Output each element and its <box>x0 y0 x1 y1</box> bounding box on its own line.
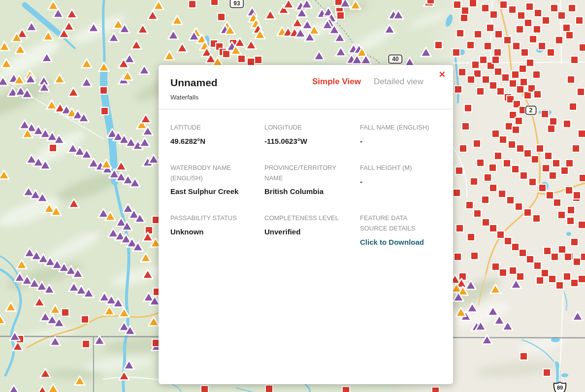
map-marker-square[interactable] <box>542 16 550 25</box>
map-marker-square[interactable] <box>508 140 516 149</box>
map-marker-square[interactable] <box>532 70 541 79</box>
map-marker-triangle[interactable] <box>171 15 183 25</box>
map-marker-triangle[interactable] <box>0 76 9 86</box>
map-marker-square[interactable] <box>484 173 492 182</box>
map-marker-square[interactable] <box>82 340 90 348</box>
map-marker-triangle[interactable] <box>475 321 487 331</box>
map-marker-triangle[interactable] <box>147 10 159 20</box>
map-marker-square[interactable] <box>520 352 528 360</box>
map-marker-square[interactable] <box>454 85 462 94</box>
map-marker-square[interactable] <box>454 253 462 261</box>
map-marker-triangle[interactable] <box>502 321 514 331</box>
map-marker-square[interactable] <box>426 0 435 4</box>
map-marker-triangle[interactable] <box>67 87 79 97</box>
map-marker-square[interactable] <box>531 155 539 163</box>
map-marker-triangle[interactable] <box>108 32 120 42</box>
map-marker-square[interactable] <box>570 238 579 246</box>
map-marker-triangle[interactable] <box>0 314 6 325</box>
map-marker-square[interactable] <box>528 178 537 186</box>
map-marker-triangle[interactable] <box>16 259 28 269</box>
map-marker-triangle[interactable] <box>13 74 25 85</box>
map-marker-square[interactable] <box>455 166 463 175</box>
map-marker-triangle[interactable] <box>453 292 464 302</box>
map-marker-triangle[interactable] <box>88 22 99 33</box>
download-link[interactable]: Click to Download <box>360 238 441 246</box>
tab-simple-view[interactable]: Simple View <box>312 77 361 87</box>
map-marker-square[interactable] <box>557 211 566 219</box>
map-marker-square[interactable] <box>577 88 585 96</box>
map-marker-triangle[interactable] <box>81 77 93 87</box>
map-marker-square[interactable] <box>342 386 350 392</box>
map-marker-square[interactable] <box>549 171 557 180</box>
map-marker-square[interactable] <box>541 110 549 118</box>
map-marker-triangle[interactable] <box>234 37 246 47</box>
map-marker-square[interactable] <box>456 29 464 37</box>
map-marker-square[interactable] <box>503 36 512 44</box>
map-marker-square[interactable] <box>467 75 475 84</box>
map-marker-square[interactable] <box>560 166 569 175</box>
map-marker-square[interactable] <box>547 125 555 133</box>
map-marker-triangle[interactable] <box>5 301 17 312</box>
map-marker-square[interactable] <box>453 0 461 9</box>
map-marker-triangle[interactable] <box>83 288 95 298</box>
map-marker-square[interactable] <box>526 59 534 67</box>
map-marker-triangle[interactable] <box>313 50 325 61</box>
map-marker-square[interactable] <box>564 253 572 261</box>
map-marker-triangle[interactable] <box>118 307 130 318</box>
map-marker-square[interactable] <box>520 48 529 57</box>
map-marker-square[interactable] <box>99 86 108 95</box>
map-marker-square[interactable] <box>465 201 474 209</box>
close-icon[interactable]: ✕ <box>439 70 446 79</box>
map-marker-triangle[interactable] <box>142 269 154 279</box>
map-marker-square[interactable] <box>466 41 475 49</box>
map-marker-square[interactable] <box>566 217 575 225</box>
map-marker-square[interactable] <box>567 206 575 214</box>
map-marker-square[interactable] <box>474 30 482 38</box>
map-marker-square[interactable] <box>515 117 523 125</box>
map-marker-square[interactable] <box>536 144 544 153</box>
map-marker-triangle[interactable] <box>11 32 23 42</box>
map-marker-square[interactable] <box>458 68 466 76</box>
map-marker-triangle[interactable] <box>224 25 236 35</box>
map-marker-triangle[interactable] <box>420 47 432 57</box>
map-marker-square[interactable] <box>573 191 581 199</box>
map-marker-square[interactable] <box>524 19 532 27</box>
map-marker-triangle[interactable] <box>153 0 164 10</box>
map-marker-square[interactable] <box>200 385 209 392</box>
map-marker-triangle[interactable] <box>47 383 59 392</box>
map-marker-square[interactable] <box>254 56 262 64</box>
map-marker-square[interactable] <box>516 25 524 33</box>
map-marker-square[interactable] <box>491 56 500 64</box>
map-marker-triangle[interactable] <box>41 52 53 63</box>
map-marker-square[interactable] <box>481 4 489 12</box>
map-marker-square[interactable] <box>538 42 546 50</box>
map-marker-triangle[interactable] <box>103 305 115 316</box>
map-marker-square[interactable] <box>499 135 507 144</box>
map-marker-square[interactable] <box>486 24 494 32</box>
map-marker-triangle[interactable] <box>33 296 45 307</box>
map-marker-square[interactable] <box>494 152 502 160</box>
map-marker-triangle[interactable] <box>104 211 116 221</box>
map-marker-square[interactable] <box>580 253 585 261</box>
map-marker-square[interactable] <box>515 202 523 211</box>
map-marker-square[interactable] <box>81 315 89 324</box>
map-marker-triangle[interactable] <box>0 58 12 68</box>
map-marker-triangle[interactable] <box>138 65 150 75</box>
tab-detailed-view[interactable]: Detailed view <box>374 77 423 87</box>
map-marker-square[interactable] <box>532 214 541 223</box>
map-marker-square[interactable] <box>61 308 69 317</box>
map-marker-triangle[interactable] <box>139 137 151 147</box>
map-marker-triangle[interactable] <box>296 7 308 18</box>
map-marker-triangle[interactable] <box>22 128 33 138</box>
map-marker-triangle[interactable] <box>392 9 404 20</box>
map-marker-triangle[interactable] <box>360 54 372 65</box>
map-marker-triangle[interactable] <box>14 44 26 54</box>
map-marker-square[interactable] <box>569 102 577 111</box>
map-marker-triangle[interactable] <box>98 62 110 72</box>
map-marker-triangle[interactable] <box>384 24 395 34</box>
map-marker-square[interactable] <box>452 48 460 57</box>
map-marker-square[interactable] <box>578 275 585 283</box>
map-marker-square[interactable] <box>470 252 479 260</box>
map-marker-square[interactable] <box>563 120 571 128</box>
map-marker-square[interactable] <box>525 2 534 11</box>
